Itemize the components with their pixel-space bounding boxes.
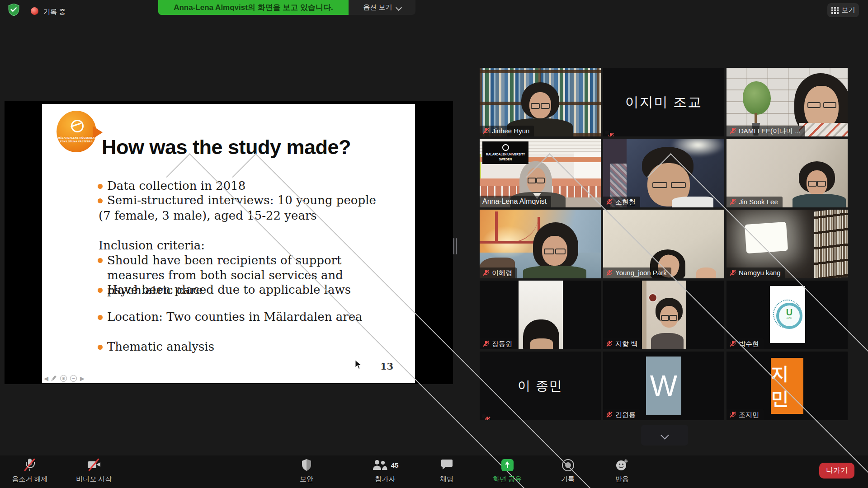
logo-emblem-icon — [71, 120, 84, 132]
participant-nametag: Anna-Lena Almqvist — [480, 196, 551, 207]
participant-nametag — [605, 131, 609, 134]
participant-tile[interactable]: Jinhee Hyun — [480, 68, 601, 136]
participant-nametag: Jin Sook Lee — [726, 197, 783, 208]
slideshow-icon: ▣ — [60, 375, 67, 382]
muted-mic-icon — [482, 127, 489, 135]
bullet-dot-icon — [98, 288, 103, 293]
video-scene-shape — [696, 267, 716, 278]
bullet-dot-icon — [98, 198, 103, 203]
chat-button[interactable]: 채팅 — [415, 458, 478, 483]
security-button[interactable]: 보안 — [275, 458, 338, 483]
view-button-label: 보기 — [842, 6, 855, 14]
participants-icon — [372, 459, 387, 471]
muted-mic-icon — [606, 269, 613, 277]
participant-tile[interactable]: 이지미 조교 — [603, 68, 724, 136]
start-video-button[interactable]: 비디오 시작 — [62, 458, 126, 483]
security-label: 보안 — [300, 475, 313, 483]
participants-label: 참가자 — [375, 475, 396, 483]
participant-tile[interactable]: Jin Sook Lee — [726, 139, 848, 207]
participant-tile[interactable]: 장동원 — [480, 281, 601, 349]
bullet-dot-icon — [98, 345, 103, 350]
zoom-meeting-window: 기록 중 Anna-Lena Almqvist의 화면을 보고 있습니다. 옵션… — [0, 0, 868, 488]
view-button[interactable]: 보기 — [827, 3, 859, 17]
mute-button[interactable]: 음소거 해제 — [0, 458, 61, 483]
bullet-dot-icon — [98, 184, 103, 189]
reactions-button[interactable]: 반응 — [590, 458, 654, 483]
muted-mic-icon — [729, 411, 736, 418]
bullet-dot-icon — [98, 258, 103, 263]
video-scene-shape — [793, 194, 846, 207]
participant-gallery: Jinhee Hyun 이지미 조교 DAMI LEE(이다미 ... — [480, 68, 848, 420]
slide-bullet: Thematic analysis — [96, 340, 214, 353]
video-scene-shape — [651, 333, 684, 349]
mute-label: 음소거 해제 — [12, 475, 47, 483]
muted-mic-icon — [606, 411, 613, 418]
participant-nametag: 김원룡 — [603, 409, 640, 421]
video-off-icon — [87, 458, 101, 472]
leave-meeting-button[interactable]: 나가기 — [819, 463, 854, 479]
muted-mic-icon — [482, 269, 489, 277]
recording-indicator-icon — [31, 7, 38, 15]
avatar: W — [646, 357, 681, 415]
share-screen-icon — [501, 459, 514, 471]
participant-nametag: 이혜령 — [480, 267, 517, 279]
chat-icon — [441, 459, 453, 471]
video-scene-shape — [808, 181, 826, 186]
viewing-screen-banner: Anna-Lena Almqvist의 화면을 보고 있습니다. — [158, 0, 349, 15]
recording-label: 기록 중 — [43, 8, 66, 16]
reactions-smiley-icon — [616, 459, 628, 471]
slide-title: How was the study made? — [102, 136, 351, 159]
participant-nametag: 지향 백 — [603, 338, 642, 350]
participants-button[interactable]: 45 참가자 — [354, 458, 417, 483]
leave-label: 나가기 — [826, 466, 848, 475]
video-scene-shape — [814, 210, 848, 278]
participant-tile[interactable]: DAMI LEE(이다미 ... — [726, 68, 848, 136]
video-scene-shape — [530, 338, 553, 349]
participants-count: 45 — [391, 461, 399, 469]
chat-label: 채팅 — [440, 475, 453, 483]
participant-nametag: 장동원 — [480, 338, 517, 350]
share-screen-button[interactable]: 화면 공유 — [476, 458, 539, 483]
participant-nametag: 조현철 — [603, 197, 640, 208]
security-shield-icon — [301, 459, 312, 471]
gallery-grid-icon — [831, 7, 839, 14]
muted-mic-icon — [24, 458, 35, 472]
panel-resize-handle[interactable] — [453, 238, 457, 254]
camera-overlay-logo: MÄLARDALEN UNIVERSITY SWEDEN — [482, 141, 528, 164]
participant-tile[interactable]: W 김원룡 — [603, 352, 724, 420]
participant-nametag: Jinhee Hyun — [480, 126, 534, 137]
presenter-nav-controls: ◀ ▣ ••• ▶ — [44, 375, 85, 382]
next-slide-icon: ▶ — [80, 375, 85, 382]
overlay-logo-icon — [502, 144, 509, 151]
encryption-shield-icon — [8, 4, 19, 16]
muted-mic-icon — [729, 127, 736, 135]
gallery-collapse-button[interactable] — [641, 425, 688, 446]
participant-nametag: 조지민 — [726, 409, 764, 421]
video-scene-shape — [544, 249, 566, 253]
record-label: 기록 — [561, 475, 575, 483]
slide-line: Inclusion criteria: — [96, 239, 205, 252]
video-scene-shape — [743, 81, 771, 115]
pen-tool-icon — [52, 375, 57, 382]
muted-mic-icon — [729, 269, 736, 277]
share-screen-label: 화면 공유 — [493, 475, 522, 483]
muted-mic-icon — [482, 340, 489, 347]
muted-mic-icon — [606, 198, 613, 206]
video-scene-shape — [807, 102, 837, 108]
participant-display-name: 이지미 조교 — [603, 68, 724, 136]
muted-mic-icon — [729, 198, 736, 206]
more-options-icon: ••• — [70, 375, 77, 382]
chevron-down-icon — [660, 431, 669, 439]
video-scene-shape — [799, 123, 848, 136]
view-options-button[interactable]: 옵션 보기 — [349, 0, 415, 15]
university-logo: MÄLARDALENS HÖGSKOLA ESKILSTUNA VÄSTERÅS — [57, 111, 106, 160]
prev-slide-icon: ◀ — [44, 375, 48, 382]
record-button[interactable]: 기록 — [536, 458, 599, 483]
video-label: 비디오 시작 — [76, 475, 112, 483]
muted-mic-icon — [606, 340, 613, 347]
reactions-label: 반응 — [615, 475, 629, 483]
view-options-label: 옵션 보기 — [363, 3, 392, 12]
video-scene-shape — [531, 103, 550, 108]
shared-screen-area: MÄLARDALENS HÖGSKOLA ESKILSTUNA VÄSTERÅS… — [5, 101, 453, 384]
video-scene-shape — [523, 266, 586, 278]
